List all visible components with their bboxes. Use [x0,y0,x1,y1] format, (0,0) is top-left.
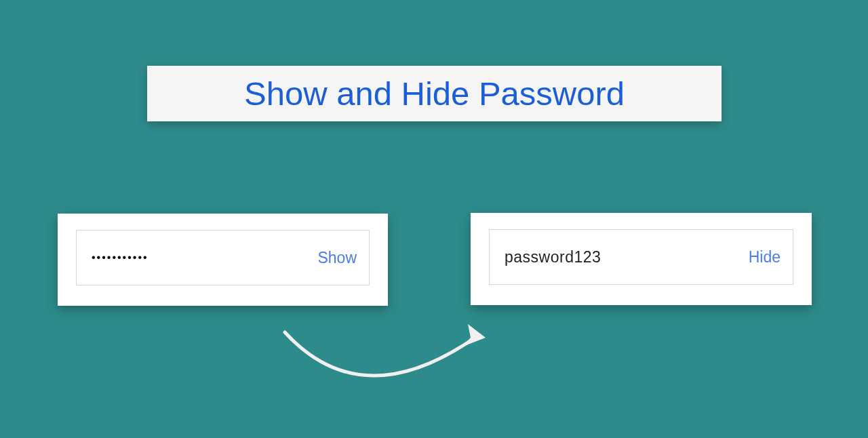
hide-toggle[interactable]: Hide [741,248,781,266]
password-card-hidden: Show [58,214,388,306]
password-card-visible: Hide [471,213,812,305]
password-field-wrap: Show [76,230,370,285]
password-input-plain[interactable] [505,248,741,266]
page-title: Show and Hide Password [244,75,625,113]
password-field-wrap: Hide [489,229,793,285]
password-input-masked[interactable] [92,252,309,264]
arrow-icon [271,305,502,407]
svg-marker-0 [461,324,486,347]
title-banner: Show and Hide Password [147,66,722,121]
show-toggle[interactable]: Show [309,249,357,267]
